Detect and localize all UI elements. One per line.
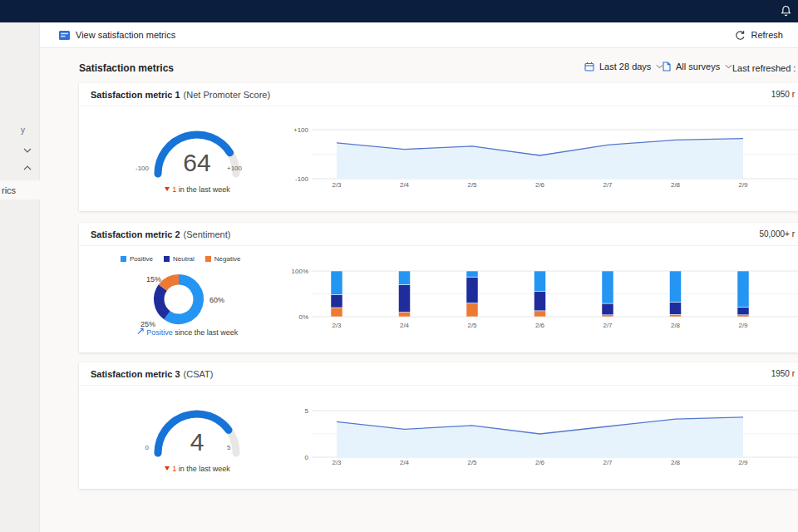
sidebar-item-label[interactable]: y [21, 126, 25, 135]
svg-text:2/9: 2/9 [738, 322, 748, 329]
chevron-up-icon[interactable] [23, 165, 32, 170]
dashboard-screen: y rics View satisfaction metrics Refresh… [0, 0, 798, 532]
command-label: View satisfaction metrics [76, 30, 175, 40]
sidebar: y rics [0, 22, 40, 532]
date-range-value: Last 28 days [599, 62, 651, 71]
negative-swatch-icon [205, 256, 211, 262]
sentiment-card: Satisfaction metric 2 (Sentiment) 50,000… [79, 223, 798, 352]
svg-text:2/3: 2/3 [332, 181, 342, 189]
change-text: in the last week [179, 185, 230, 194]
svg-text:2/4: 2/4 [400, 181, 410, 189]
sidebar-item-satisfaction-metrics[interactable]: rics [0, 180, 40, 200]
card-title: Satisfaction metric 1 [91, 90, 180, 100]
change-value: 1 [172, 465, 176, 473]
legend-item-neutral: Neutral [164, 255, 195, 263]
calendar-icon [584, 62, 594, 71]
csat-gauge: 405 [129, 386, 266, 462]
svg-text:-100: -100 [295, 175, 309, 183]
svg-text:2/4: 2/4 [400, 322, 410, 329]
neutral-swatch-icon [164, 256, 170, 262]
survey-filter[interactable]: All surveys [663, 62, 732, 71]
svg-text:2/4: 2/4 [400, 459, 410, 466]
card-title: Satisfaction metric 3 [91, 369, 180, 379]
svg-text:2/6: 2/6 [535, 322, 545, 329]
svg-text:2/9: 2/9 [738, 459, 748, 466]
survey-filter-value: All surveys [676, 62, 720, 71]
svg-text:2/5: 2/5 [467, 459, 477, 466]
svg-text:2/7: 2/7 [603, 459, 613, 466]
responses-count: 1950 r [771, 90, 795, 99]
legend-label: Neutral [173, 255, 195, 263]
svg-text:+100: +100 [293, 126, 309, 134]
card-header: Satisfaction metric 1 (Net Promoter Scor… [79, 83, 798, 106]
svg-text:2/5: 2/5 [467, 181, 477, 189]
card-subtitle: (Net Promoter Score) [184, 90, 271, 100]
change-value: 1 [172, 185, 176, 194]
svg-text:2/7: 2/7 [603, 322, 613, 329]
svg-text:2/8: 2/8 [671, 322, 681, 329]
refresh-button[interactable]: Refresh [735, 30, 783, 41]
command-bar: View satisfaction metrics Refresh [40, 22, 798, 48]
refresh-icon [735, 30, 746, 41]
trend-up-arrow-icon [136, 328, 145, 335]
card-subtitle: (Sentiment) [184, 229, 231, 239]
svg-text:2/9: 2/9 [738, 181, 748, 189]
svg-text:0: 0 [305, 454, 309, 461]
chevron-down-icon [725, 64, 732, 69]
top-navigation-bar [0, 0, 798, 22]
date-range-filter[interactable]: Last 28 days [584, 62, 663, 71]
csat-trend-chart: 502/32/42/52/62/72/82/9 [287, 392, 798, 470]
metrics-view-icon [59, 31, 70, 40]
svg-text:100%: 100% [292, 268, 308, 275]
trend-text: since the last week [175, 328, 238, 337]
svg-text:2/8: 2/8 [671, 181, 681, 189]
csat-card: Satisfaction metric 3 (CSAT) 1950 r 405 … [79, 362, 798, 489]
nps-gauge: 64-100+100 [129, 106, 266, 183]
decrease-triangle-icon [165, 187, 170, 191]
svg-text:0: 0 [145, 444, 150, 451]
refresh-label: Refresh [751, 30, 783, 40]
sentiment-trend-indicator: Positive since the last week [112, 328, 262, 337]
view-satisfaction-metrics-command[interactable]: View satisfaction metrics [59, 30, 175, 40]
nps-trend-chart: +100-1002/32/42/52/62/72/82/9 [287, 115, 798, 193]
trend-label: Positive [146, 328, 173, 337]
sentiment-legend: Positive Neutral Negative [121, 255, 240, 263]
svg-text:2/8: 2/8 [671, 459, 681, 466]
chevron-down-icon[interactable] [23, 148, 32, 153]
svg-text:2/7: 2/7 [603, 181, 613, 189]
svg-text:15%: 15% [146, 275, 161, 283]
svg-text:0%: 0% [298, 313, 308, 321]
nps-card: Satisfaction metric 1 (Net Promoter Scor… [79, 83, 798, 211]
svg-text:4: 4 [190, 428, 204, 456]
card-subtitle: (CSAT) [184, 369, 214, 379]
decrease-triangle-icon [165, 466, 170, 470]
svg-text:-100: -100 [135, 165, 150, 172]
legend-item-negative: Negative [205, 255, 241, 263]
positive-swatch-icon [121, 256, 126, 262]
page-title: Satisfaction metrics [79, 62, 174, 74]
change-indicator: 1 in the last week [129, 185, 266, 194]
card-header: Satisfaction metric 3 (CSAT) 1950 r [79, 362, 798, 386]
sidebar-item-label: rics [2, 185, 16, 195]
svg-text:2/6: 2/6 [535, 459, 545, 466]
csat-gauge-block: 405 1 in the last week [129, 386, 266, 473]
notifications-bell-icon[interactable] [781, 5, 791, 17]
svg-text:5: 5 [305, 407, 309, 415]
svg-text:5: 5 [227, 444, 231, 451]
sentiment-stacked-bar-chart: 100%0%2/32/42/52/62/72/82/9 [287, 263, 798, 333]
card-header: Satisfaction metric 2 (Sentiment) 50,000… [79, 223, 798, 246]
change-indicator: 1 in the last week [129, 465, 266, 473]
legend-label: Negative [214, 255, 241, 263]
sentiment-donut-chart: 60%25%15% [112, 268, 262, 333]
change-text: in the last week [179, 465, 230, 473]
svg-text:2/3: 2/3 [332, 459, 342, 466]
svg-text:+100: +100 [227, 165, 243, 172]
svg-text:2/3: 2/3 [332, 322, 342, 329]
svg-text:64: 64 [183, 149, 210, 176]
svg-text:60%: 60% [209, 296, 224, 304]
responses-count: 50,000+ r [759, 229, 795, 239]
legend-item-positive: Positive [121, 255, 153, 263]
legend-label: Positive [130, 255, 153, 263]
svg-text:2/5: 2/5 [467, 322, 477, 329]
responses-count: 1950 r [771, 369, 795, 378]
